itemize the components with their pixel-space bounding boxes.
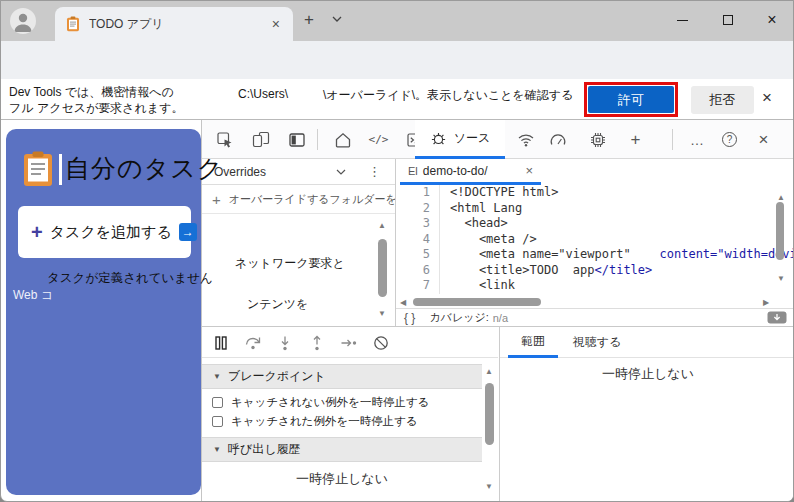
plus-icon: + <box>31 221 43 244</box>
pause-icon[interactable] <box>211 333 230 352</box>
debugger-controls <box>202 327 498 358</box>
braces-icon: { } <box>404 311 415 325</box>
overrides-description: ネットワーク要求と <box>235 255 345 272</box>
infobar-path2: \オーバーライド\。表示しないことを確認する <box>323 87 573 104</box>
scroll-up-icon[interactable]: ▲ <box>378 221 386 230</box>
chevron-down-icon[interactable] <box>336 169 346 175</box>
overrides-header: Overrides ⋮ <box>202 159 395 185</box>
devtools-close-icon[interactable]: × <box>754 130 773 149</box>
expand-drawer-icon[interactable] <box>767 311 787 324</box>
arrow-right-icon: → <box>179 223 197 241</box>
devtools-toolbar: </> ソース + … ? × <box>202 120 794 159</box>
triangle-down-icon: ▼ <box>213 372 221 381</box>
devtools-permission-infobar: Dev Tools では、機密情報への フル アクセスが要求されます。 C:\U… <box>1 79 794 120</box>
infobar-message: Dev Tools では、機密情報への フル アクセスが要求されます。 <box>9 84 183 116</box>
debugger-pane: ▼ ブレークポイント キャッチされない例外を一時停止する キャッチされた例外を一… <box>202 326 499 502</box>
scroll-up-icon[interactable]: ▲ <box>485 367 493 376</box>
network-wifi-icon[interactable] <box>516 130 535 149</box>
allow-button-highlight: 許可 <box>584 82 678 117</box>
deny-button[interactable]: 拒否 <box>691 86 754 114</box>
checkbox[interactable] <box>212 397 223 408</box>
code-line: 2<html Lang <box>396 201 794 217</box>
add-tool-icon[interactable]: + <box>626 130 645 149</box>
allow-button[interactable]: 許可 <box>588 86 674 113</box>
plus-icon: + <box>212 191 221 208</box>
scope-tabbar: 範囲 視聴する <box>500 327 794 358</box>
scroll-right-icon[interactable]: ▶ <box>763 298 769 307</box>
todo-app-panel: 自分のタスク + タスクを追加する → タスクが定義されていません Web コ <box>6 129 201 495</box>
infobar-close-icon[interactable]: × <box>762 88 772 108</box>
help-icon[interactable]: ? <box>720 130 739 149</box>
device-emulation-icon[interactable] <box>251 130 270 149</box>
tab-list-chevron-icon[interactable] <box>332 16 342 22</box>
code-line: 4 <meta /> <box>396 232 794 248</box>
window-minimize-button[interactable] <box>659 1 705 39</box>
partial-text: Web コ <box>13 287 53 304</box>
scroll-down-icon[interactable]: ▼ <box>777 274 785 283</box>
code-line: 1<!DOCTYPE html> <box>396 185 794 201</box>
window-maximize-button[interactable] <box>705 1 751 39</box>
bug-icon <box>430 130 447 147</box>
code-line: 3 <head> <box>396 216 794 232</box>
performance-gauge-icon[interactable] <box>548 130 567 149</box>
overrides-pane: Overrides ⋮ + オーバーライドするフォルダーを選択する ネットワーク… <box>202 159 396 326</box>
select-override-folder-button[interactable]: + オーバーライドするフォルダーを選択する <box>202 185 395 214</box>
sources-tab[interactable]: ソース <box>415 120 505 159</box>
callstack-section-header[interactable]: ▼ 呼び出し履歴 <box>202 437 482 462</box>
maximize-icon <box>723 15 733 25</box>
dock-side-icon[interactable] <box>287 130 306 149</box>
coverage-statusbar: { } カバレッジ: n/a <box>396 308 794 326</box>
breakpoints-section-header[interactable]: ▼ ブレークポイント <box>202 364 482 389</box>
file-tab-close-icon[interactable]: × <box>525 163 533 178</box>
window-close-button[interactable]: × <box>749 1 794 39</box>
elements-icon[interactable]: </> <box>369 130 388 149</box>
cpu-chip-icon[interactable] <box>588 130 607 149</box>
code-line: 6 <title>TODO app</title> <box>396 263 794 279</box>
kebab-menu-icon[interactable]: ⋮ <box>368 164 381 179</box>
home-icon[interactable] <box>333 130 352 149</box>
empty-task-message: タスクが定義されていません <box>47 270 213 287</box>
devtools-menu-icon[interactable]: … <box>688 130 707 149</box>
browser-window: TODO アプリ × + × ← ↻ https://microsoftedge… <box>0 0 794 502</box>
close-icon: × <box>767 11 776 29</box>
scroll-left-icon[interactable]: ◀ <box>400 298 406 307</box>
step-icon[interactable] <box>339 333 358 352</box>
scrollbar-thumb[interactable] <box>776 202 784 260</box>
deactivate-breakpoints-icon[interactable] <box>371 333 390 352</box>
pause-caught-exceptions-row[interactable]: キャッチされた例外を一時停止する <box>212 414 418 429</box>
scrollbar-thumb[interactable] <box>413 298 541 306</box>
clipboard-logo-icon <box>23 151 53 187</box>
tab-watch[interactable]: 視聴する <box>566 327 628 358</box>
addressbar: ← ↻ https://microsoftedge.github.io/Demo… <box>1 41 794 79</box>
tab-close-icon[interactable]: × <box>269 16 283 32</box>
step-over-icon[interactable] <box>243 333 262 352</box>
tab-title: TODO アプリ <box>89 16 269 33</box>
infobar-path: C:\Users\ <box>238 87 288 101</box>
not-paused-message: 一時停止しない <box>500 365 794 383</box>
profile-avatar[interactable] <box>10 8 36 34</box>
tab-scope[interactable]: 範囲 <box>508 327 558 358</box>
scroll-down-icon[interactable]: ▼ <box>378 309 386 318</box>
toolbar-separator <box>672 129 673 150</box>
new-tab-button[interactable]: + <box>304 10 314 30</box>
title-caret <box>59 154 62 185</box>
file-tab[interactable]: El demo-to-do/ × <box>400 159 541 185</box>
checkbox[interactable] <box>212 416 223 427</box>
step-out-icon[interactable] <box>307 333 326 352</box>
code-lines[interactable]: 1<!DOCTYPE html>2<html Lang3 <head>4 <me… <box>396 185 794 296</box>
minimize-icon <box>677 20 688 21</box>
titlebar: TODO アプリ × + × <box>1 1 794 41</box>
code-line: 7 <link <box>396 278 794 294</box>
inspect-element-icon[interactable] <box>215 130 234 149</box>
scrollbar-thumb[interactable] <box>378 239 387 297</box>
pause-uncaught-exceptions-row[interactable]: キャッチされない例外を一時停止する <box>212 395 429 410</box>
step-into-icon[interactable] <box>275 333 294 352</box>
overrides-tab[interactable]: Overrides <box>214 165 336 179</box>
browser-tab[interactable]: TODO アプリ × <box>55 7 293 41</box>
editor-horizontal-scrollbar[interactable]: ◀ ▶ <box>396 296 776 308</box>
scroll-down-icon[interactable]: ▼ <box>485 482 493 491</box>
code-line: 5 <meta name="viewport" content="width=d… <box>396 247 794 263</box>
scrollbar-thumb[interactable] <box>485 383 494 445</box>
add-task-button[interactable]: + タスクを追加する → <box>18 206 191 258</box>
triangle-down-icon: ▼ <box>213 445 221 454</box>
